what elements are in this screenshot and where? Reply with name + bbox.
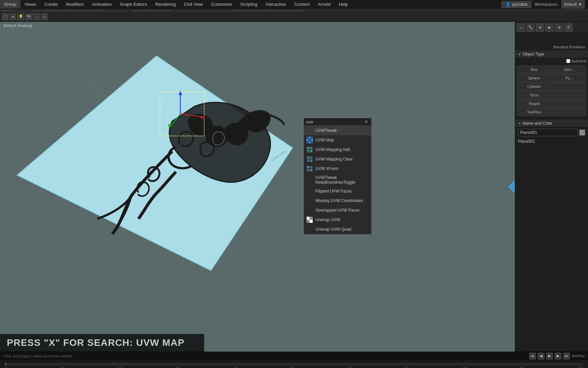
- color-swatch[interactable]: [579, 129, 585, 136]
- search-overlay: PRESS "X" FOR SEARCH: UVW MAP: [0, 334, 204, 352]
- ac-label-missing: Missing UVW Coordinates: [315, 198, 363, 203]
- overlapped-icon: [307, 207, 313, 213]
- sub-icon-2[interactable]: ◈: [10, 13, 16, 20]
- motion-icon[interactable]: ▶: [545, 24, 554, 32]
- menu-modifiers[interactable]: Modifiers: [62, 0, 88, 9]
- menu-group[interactable]: Group: [0, 0, 20, 9]
- ac-label-uvwtweak: UVWTweak: [315, 128, 337, 133]
- ac-item-uvwxform[interactable]: UVW XForm: [304, 164, 371, 173]
- name-color-section[interactable]: ▼ Name and Color: [515, 120, 588, 127]
- sub-icon-4[interactable]: 📷: [25, 13, 32, 20]
- panel-label: Standard Primitives: [515, 44, 588, 50]
- menu-civil-view[interactable]: Civil View: [180, 0, 207, 9]
- autokey-label: AutoKey: [572, 354, 585, 358]
- plane-svg: LINVIL HEA...: [7, 35, 313, 274]
- prim-box[interactable]: Box: [517, 65, 552, 74]
- display-icon[interactable]: 👁: [555, 24, 563, 32]
- ac-label-unwrapquad: Unwrap UVW Quad: [315, 227, 351, 232]
- menu-arnold[interactable]: Arnold: [314, 0, 335, 9]
- prim-empty4: [552, 108, 587, 116]
- time-prev[interactable]: ◀: [538, 353, 544, 359]
- menu-graph-editors[interactable]: Graph Editors: [116, 0, 151, 9]
- user-badge[interactable]: 👤 pyroskat: [502, 1, 531, 8]
- primitive-grid: Box Geo... Sphere Py... Cylinder Torus T…: [515, 64, 588, 118]
- ac-item-keepboundries[interactable]: UVWTweak KeepBoundriesToggle: [304, 173, 371, 186]
- time-markers: 0 10 20 30 40 50 60 70 80 90 100: [5, 366, 583, 368]
- main-content: [Default Shading]: [0, 22, 588, 352]
- viewport-right-arrow[interactable]: [508, 180, 515, 194]
- menu-create[interactable]: Create: [40, 0, 62, 9]
- workspace-dropdown[interactable]: Default ▼: [561, 0, 585, 9]
- autocomplete-close[interactable]: ✕: [363, 119, 369, 124]
- ac-item-unwrap[interactable]: Unwrap UVW: [304, 215, 371, 225]
- sub-icon-5[interactable]: →: [33, 13, 40, 20]
- svg-rect-16: [307, 150, 309, 152]
- timebar[interactable]: 0 10 20 30 40 50 60 70 80 90 100: [0, 360, 588, 368]
- sub-icon-6[interactable]: ≡: [41, 13, 48, 20]
- viewport[interactable]: [Default Shading]: [0, 22, 515, 352]
- svg-rect-20: [307, 159, 309, 162]
- svg-rect-18: [307, 156, 309, 159]
- viewport-bg: LINVIL HEA...: [0, 22, 515, 352]
- uvwmappingadd-icon: [307, 147, 313, 153]
- missing-icon: [307, 198, 313, 204]
- prim-cylinder[interactable]: Cylinder: [517, 82, 552, 91]
- svg-rect-25: [310, 169, 312, 171]
- svg-rect-23: [310, 166, 312, 168]
- name-color-label: Name and Color: [523, 121, 552, 126]
- sub-icon-3[interactable]: 💡: [17, 13, 24, 20]
- hierarchy-icon[interactable]: ⊕: [536, 24, 544, 32]
- menu-views[interactable]: Views: [20, 0, 40, 9]
- ac-item-flipped[interactable]: Flipped UVW Faces: [304, 186, 371, 196]
- svg-rect-22: [307, 166, 309, 168]
- ac-item-uvwmappingclear[interactable]: UVW Mapping Clear: [304, 154, 371, 164]
- sub-icon-1[interactable]: ◯: [2, 13, 9, 20]
- time-next[interactable]: ▶: [555, 353, 561, 359]
- prim-teapot[interactable]: Teapot: [517, 99, 552, 108]
- menu-interactive[interactable]: Interactive: [262, 0, 290, 9]
- utilities-icon[interactable]: ⚙: [565, 24, 573, 32]
- menu-help[interactable]: Help: [335, 0, 352, 9]
- menu-content[interactable]: Content: [290, 0, 314, 9]
- menu-customize[interactable]: Customize: [207, 0, 236, 9]
- ac-label-unwrap: Unwrap UVW: [315, 217, 340, 222]
- svg-rect-17: [310, 150, 312, 152]
- prim-py[interactable]: Py...: [552, 74, 587, 82]
- object-name-input[interactable]: [518, 129, 578, 136]
- autogrid-label[interactable]: AutoGrid: [566, 59, 586, 63]
- flipped-icon: [307, 188, 313, 194]
- ac-label-uvwmappingadd: UVW Mapping Add: [315, 147, 350, 152]
- viewport-label: [Default Shading]: [3, 24, 32, 28]
- ac-item-overlapped[interactable]: Overlapped UVW Faces: [304, 205, 371, 215]
- modify-icon[interactable]: 🔧: [526, 24, 535, 32]
- time-start[interactable]: ⏮: [529, 353, 536, 359]
- workspace-label: Workspaces:: [535, 2, 558, 7]
- name-color-arrow: ▼: [518, 122, 521, 125]
- ac-item-uvwtweak[interactable]: UVWTweak: [304, 126, 371, 135]
- prim-textplus[interactable]: TextPlus: [517, 108, 552, 116]
- object-type-label: Object Type: [523, 52, 544, 57]
- ac-item-unwrapquad[interactable]: Unwrap UVW Quad: [304, 225, 371, 234]
- time-end[interactable]: ⏭: [563, 353, 570, 359]
- autogrid-container: AutoGrid: [515, 58, 588, 64]
- create-icon[interactable]: +: [517, 24, 525, 32]
- menu-scripting[interactable]: Scripting: [236, 0, 262, 9]
- ac-item-uvwmappingadd[interactable]: UVW Mapping Add: [304, 145, 371, 154]
- chevron-down-icon: ▼: [578, 2, 582, 7]
- autocomplete-input[interactable]: [306, 120, 363, 124]
- object-type-section[interactable]: ▼ Object Type: [515, 50, 588, 58]
- timeline-track[interactable]: 0 10 20 30 40 50 60 70 80 90 100: [5, 363, 583, 366]
- ac-item-missing[interactable]: Missing UVW Coordinates: [304, 196, 371, 205]
- time-play[interactable]: ▶: [546, 353, 553, 359]
- name-display: Plane001: [515, 138, 588, 145]
- username: pyroskat: [512, 2, 527, 7]
- prim-empty1: [552, 82, 587, 91]
- prim-sphere[interactable]: Sphere: [517, 74, 552, 82]
- menu-rendering[interactable]: Rendering: [151, 0, 180, 9]
- prim-torus[interactable]: Torus: [517, 91, 552, 99]
- prim-geo[interactable]: Geo...: [552, 65, 587, 74]
- timeline-cursor[interactable]: [5, 363, 6, 366]
- autogrid-checkbox[interactable]: [566, 59, 570, 63]
- menu-animation[interactable]: Animation: [88, 0, 116, 9]
- ac-item-uvwmap[interactable]: UVW Map: [304, 135, 371, 145]
